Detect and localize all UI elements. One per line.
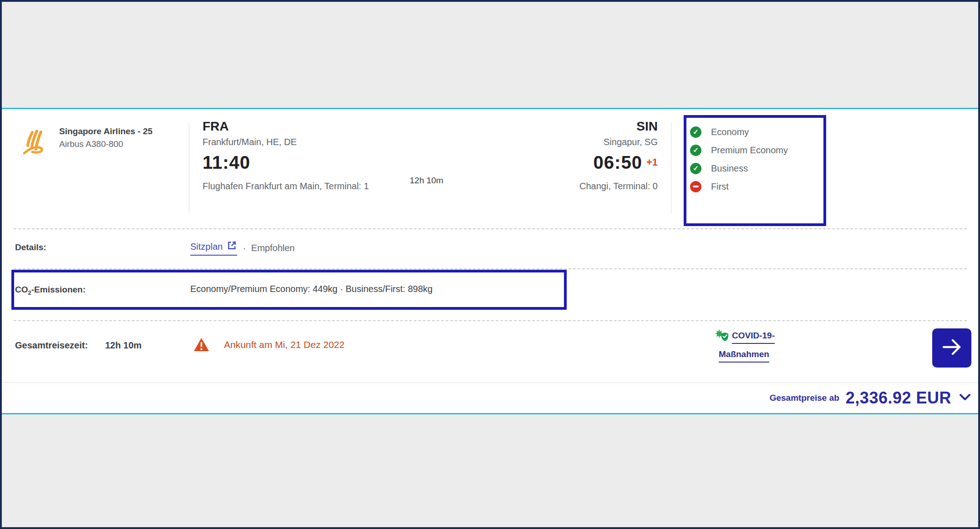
departure-city: Frankfurt/Main, HE, DE [203,137,398,147]
page-frame: Singapore Airlines - 25 Airbus A380-800 … [0,0,980,529]
total-duration-label: Gesamtreisezeit: [15,340,88,351]
recommended-label: Empfohlen [251,243,295,253]
price-amount: 2,336.92 EUR [846,388,951,408]
annotation-box-cabins [684,115,826,226]
warning-triangle-icon [193,338,209,353]
divider-vertical [671,123,671,213]
dot-separator: · [243,243,246,253]
flight-duration: 12h 10m [410,176,443,186]
arrival-time: 06:50+1 [462,152,658,173]
divider-dashed [14,320,967,321]
covid-link-line1: COVID-19- [732,331,775,344]
select-flight-button[interactable] [932,328,971,368]
departure-airport: Flughafen Frankfurt am Main, Terminal: 1 [203,179,398,193]
covid-link-line2: Maßnahmen [719,349,769,363]
chevron-down-icon [951,393,971,403]
total-price-expander[interactable]: Gesamtpreise ab 2,336.92 EUR [770,383,971,413]
arrow-right-icon [941,338,962,358]
details-content: Sitzplan · Empfohlen [190,240,295,256]
departure-time: 11:40 [203,152,398,173]
arrival-code: SIN [462,119,658,134]
price-prefix-label: Gesamtpreise ab [770,393,839,403]
details-label: Details: [15,242,46,252]
departure-code: FRA [203,119,398,134]
day-offset-badge: +1 [646,156,658,168]
departure-block: FRA Frankfurt/Main, HE, DE 11:40 Flughaf… [203,119,398,193]
covid-measures-link[interactable]: COVID-19- Maßnahmen [715,329,775,363]
flight-result-card: Singapore Airlines - 25 Airbus A380-800 … [2,108,978,414]
arrival-airport: Changi, Terminal: 0 [462,179,658,193]
total-duration-value: 12h 10m [105,340,142,351]
arrival-warning-text: Ankunft am Mi, 21 Dez 2022 [224,339,345,350]
divider-dashed [14,268,967,269]
external-link-icon [223,240,237,253]
divider-dashed [14,228,967,229]
airline-name: Singapore Airlines - 25 [59,126,152,136]
singapore-airlines-logo [20,127,44,157]
divider-vertical [189,123,189,213]
aircraft-type: Airbus A380-800 [59,139,123,149]
seatmap-link[interactable]: Sitzplan [190,240,237,256]
covid-shield-icon [715,329,729,345]
arrival-city: Singapur, SG [462,137,658,147]
annotation-box-co2 [11,270,567,310]
arrival-block: SIN Singapur, SG 06:50+1 Changi, Termina… [462,119,658,193]
